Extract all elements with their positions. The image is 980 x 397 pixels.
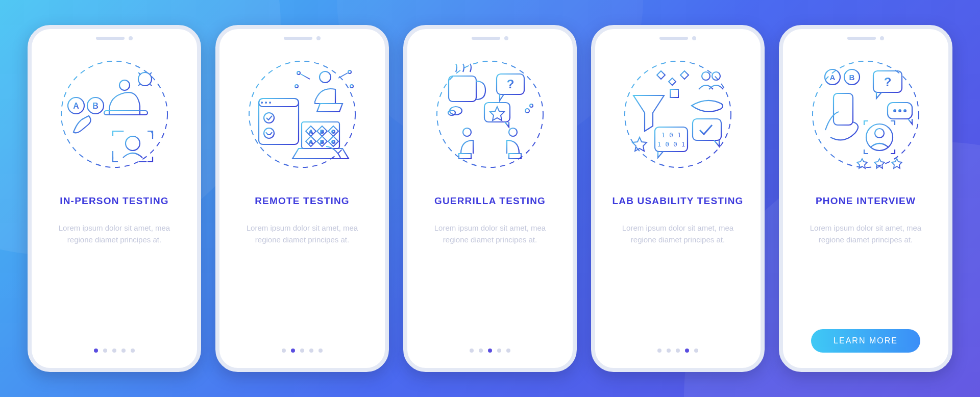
screen-desc: Lorem ipsum dolor sit amet, mea regione … — [799, 222, 932, 246]
svg-text:A: A — [830, 73, 836, 82]
phone-guerrilla: ? GUERRILLA TESTING Lorem ipsum dolor si… — [403, 25, 577, 372]
dot[interactable] — [318, 349, 323, 353]
in-person-testing-icon: A B — [56, 56, 173, 173]
svg-point-81 — [898, 109, 901, 112]
onboarding-stage: A B IN-PERSON TESTING Lorem ipsum dolor … — [0, 0, 980, 397]
svg-point-68 — [813, 61, 919, 167]
svg-text:A: A — [309, 129, 313, 134]
svg-line-7 — [150, 84, 152, 86]
phone-lab: 1 0 1 1 0 0 1 LAB USABILITY TESTING Lore… — [591, 25, 765, 372]
svg-point-80 — [893, 109, 896, 112]
svg-text:C: C — [332, 129, 335, 134]
dot[interactable] — [694, 349, 698, 353]
svg-point-23 — [295, 85, 298, 88]
screen-desc: Lorem ipsum dolor sit amet, mea regione … — [48, 222, 181, 246]
phone-remote: A B C A B C REMOTE TESTING Lorem ipsum d… — [215, 25, 389, 372]
svg-point-60 — [702, 72, 710, 80]
svg-point-10 — [119, 80, 130, 90]
lab-usability-testing-icon: 1 0 1 1 0 0 1 — [619, 56, 737, 173]
screen-desc: Lorem ipsum dolor sit amet, mea regione … — [236, 222, 369, 246]
svg-text:?: ? — [884, 75, 892, 89]
screen-title: IN-PERSON TESTING — [60, 195, 169, 207]
dot[interactable] — [282, 349, 286, 353]
svg-rect-45 — [449, 76, 476, 102]
svg-rect-11 — [104, 111, 148, 115]
pagination-dots — [94, 349, 135, 356]
svg-point-21 — [297, 71, 300, 75]
screen-desc: Lorem ipsum dolor sit amet, mea regione … — [424, 222, 556, 246]
svg-point-52 — [530, 104, 533, 107]
phone-interview-icon: A B ? — [807, 56, 924, 173]
svg-point-35 — [264, 128, 274, 138]
svg-line-8 — [150, 72, 152, 75]
svg-rect-75 — [834, 93, 853, 125]
svg-point-53 — [463, 128, 471, 136]
remote-testing-icon: A B C A B C — [243, 56, 361, 173]
svg-point-84 — [875, 129, 884, 138]
dot[interactable] — [131, 349, 135, 353]
svg-point-61 — [712, 72, 720, 80]
svg-rect-29 — [259, 98, 299, 107]
svg-point-32 — [269, 102, 271, 104]
guerrilla-testing-icon: ? — [431, 56, 549, 173]
dot[interactable] — [479, 349, 483, 353]
svg-rect-59 — [670, 89, 678, 97]
svg-point-31 — [265, 102, 267, 104]
svg-line-9 — [138, 84, 140, 86]
dot[interactable] — [94, 349, 98, 353]
dot[interactable] — [112, 349, 116, 353]
pagination-dots — [657, 349, 698, 356]
svg-point-25 — [348, 70, 351, 73]
svg-text:B: B — [321, 129, 324, 134]
svg-point-30 — [261, 102, 263, 104]
svg-point-17 — [126, 136, 140, 151]
svg-line-20 — [301, 74, 310, 79]
screen-title: GUERRILLA TESTING — [434, 195, 546, 207]
dot[interactable] — [685, 349, 689, 353]
screen-title: LAB USABILITY TESTING — [612, 195, 743, 207]
phone-notch — [659, 36, 696, 40]
dot[interactable] — [506, 349, 510, 353]
phone-phone-interview: A B ? — [779, 25, 952, 372]
dot[interactable] — [300, 349, 304, 353]
pagination-dots — [470, 349, 510, 356]
dot[interactable] — [291, 349, 295, 353]
svg-line-24 — [338, 73, 348, 78]
svg-line-6 — [138, 72, 140, 75]
dot[interactable] — [121, 349, 126, 353]
svg-text:1 0 1: 1 0 1 — [661, 131, 681, 139]
dot[interactable] — [676, 349, 680, 353]
svg-point-33 — [264, 113, 274, 123]
screen-title: REMOTE TESTING — [255, 195, 350, 207]
svg-point-54 — [509, 128, 517, 136]
pagination-dots — [282, 349, 323, 356]
svg-text:C: C — [332, 139, 335, 144]
svg-point-82 — [903, 109, 906, 112]
svg-point-51 — [525, 109, 529, 113]
svg-text:A: A — [309, 139, 313, 144]
dot[interactable] — [657, 349, 662, 353]
svg-point-27 — [350, 85, 353, 88]
screen-title: PHONE INTERVIEW — [816, 195, 916, 207]
dot[interactable] — [497, 349, 501, 353]
phone-notch — [96, 36, 133, 40]
svg-text:A: A — [73, 102, 79, 110]
phone-notch — [847, 36, 884, 40]
phone-notch — [284, 36, 321, 40]
svg-point-47 — [448, 110, 455, 115]
dot[interactable] — [103, 349, 107, 353]
dot[interactable] — [667, 349, 671, 353]
svg-text:B: B — [321, 139, 324, 144]
svg-point-19 — [320, 71, 331, 83]
svg-text:?: ? — [507, 77, 514, 91]
svg-text:1 0 0 1: 1 0 0 1 — [657, 140, 685, 148]
dot[interactable] — [309, 349, 313, 353]
learn-more-button[interactable]: LEARN MORE — [811, 329, 920, 353]
svg-text:B: B — [92, 102, 99, 110]
phone-in-person: A B IN-PERSON TESTING Lorem ipsum dolor … — [28, 25, 201, 372]
dot[interactable] — [488, 349, 492, 353]
dot[interactable] — [470, 349, 474, 353]
svg-text:B: B — [849, 73, 855, 82]
screen-desc: Lorem ipsum dolor sit amet, mea regione … — [611, 222, 744, 246]
phone-notch — [472, 36, 508, 40]
